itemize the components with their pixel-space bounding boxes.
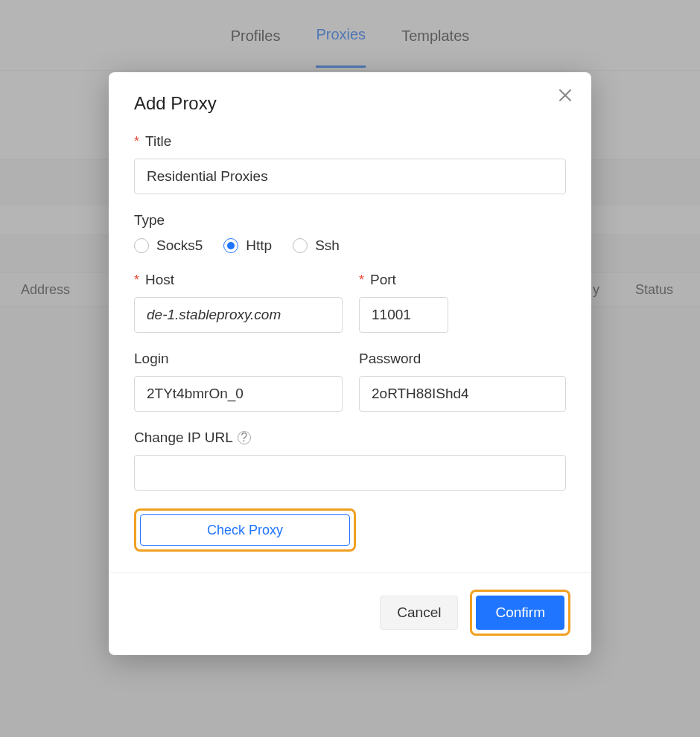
check-proxy-highlight: Check Proxy xyxy=(134,508,356,552)
required-star-icon: * xyxy=(359,273,364,287)
changeip-label: Change IP URL ? xyxy=(134,430,566,446)
radio-http[interactable]: Http xyxy=(223,237,272,254)
close-icon[interactable] xyxy=(559,89,572,105)
login-label: Login xyxy=(134,351,343,367)
required-star-icon: * xyxy=(134,135,139,148)
host-label-text: Host xyxy=(145,272,174,288)
confirm-button[interactable]: Confirm xyxy=(476,596,564,630)
port-label-text: Port xyxy=(370,272,396,288)
check-proxy-button[interactable]: Check Proxy xyxy=(140,514,350,546)
required-star-icon: * xyxy=(134,273,139,287)
title-label-text: Title xyxy=(145,133,171,150)
radio-socks5[interactable]: Socks5 xyxy=(134,237,203,254)
modal-footer: Cancel Confirm xyxy=(109,572,591,655)
port-label: * Port xyxy=(359,272,448,288)
radio-ssh-label: Ssh xyxy=(315,237,340,254)
changeip-input[interactable] xyxy=(134,455,566,491)
add-proxy-modal: Add Proxy * Title Type Socks5 Http xyxy=(109,72,591,655)
cancel-button[interactable]: Cancel xyxy=(380,596,458,630)
login-input[interactable] xyxy=(134,376,343,412)
host-label: * Host xyxy=(134,272,343,288)
radio-ssh[interactable]: Ssh xyxy=(293,237,340,254)
help-icon[interactable]: ? xyxy=(238,431,251,444)
changeip-label-text: Change IP URL xyxy=(134,430,233,446)
password-label: Password xyxy=(359,351,566,367)
radio-socks5-label: Socks5 xyxy=(156,237,203,254)
type-radio-group: Socks5 Http Ssh xyxy=(134,237,566,254)
port-input[interactable] xyxy=(359,297,448,333)
host-input[interactable] xyxy=(134,297,343,333)
modal-title: Add Proxy xyxy=(134,93,566,114)
password-input[interactable] xyxy=(359,376,566,412)
title-input[interactable] xyxy=(134,159,566,194)
radio-http-label: Http xyxy=(246,237,272,254)
type-label: Type xyxy=(134,212,566,229)
title-label: * Title xyxy=(134,133,566,150)
confirm-highlight: Confirm xyxy=(470,590,570,636)
